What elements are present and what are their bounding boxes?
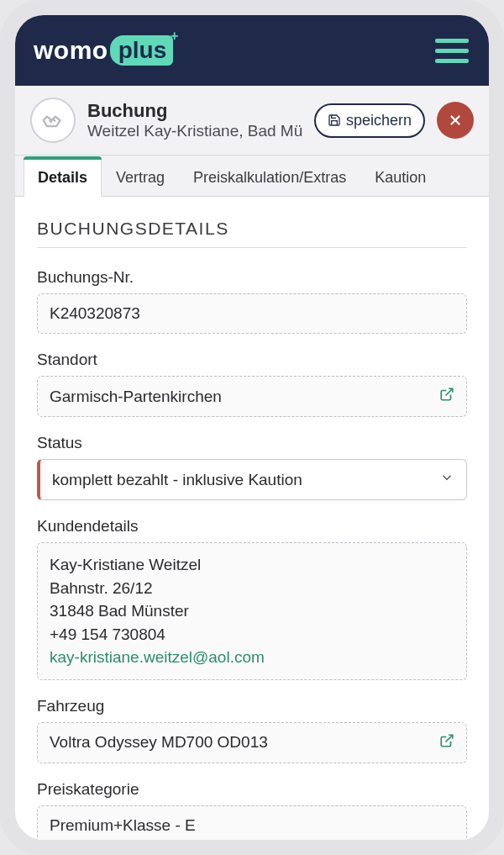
field-status: Status komplett bezahlt - inklusive Kaut… bbox=[37, 434, 467, 500]
section-title: BUCHUNGSDETAILS bbox=[37, 219, 467, 248]
field-standort: Standort Garmisch-Partenkirchen bbox=[37, 351, 467, 417]
customer-name: Kay-Kristiane Weitzel bbox=[50, 553, 454, 577]
label-fahrzeug: Fahrzeug bbox=[37, 697, 467, 715]
save-icon bbox=[328, 113, 341, 127]
close-button[interactable] bbox=[437, 102, 474, 139]
field-kundendetails: Kundendetails Kay-Kristiane Weitzel Bahn… bbox=[37, 517, 467, 680]
value-buchungs-nr: K240320873 bbox=[37, 293, 467, 334]
chevron-down-icon bbox=[439, 470, 454, 489]
customer-city: 31848 Bad Münster bbox=[50, 599, 454, 623]
value-standort: Garmisch-Partenkirchen bbox=[37, 376, 467, 417]
brand-text-part1: womo bbox=[34, 36, 108, 65]
text-preiskategorie: Premium+Klasse - E bbox=[50, 816, 196, 835]
external-link-icon[interactable] bbox=[439, 733, 454, 752]
topbar: womo plus bbox=[15, 15, 489, 86]
text-status: komplett bezahlt - inklusive Kaution bbox=[52, 471, 302, 489]
field-fahrzeug: Fahrzeug Voltra Odyssey MD700 OD013 bbox=[37, 697, 467, 763]
customer-phone: +49 154 730804 bbox=[50, 623, 454, 647]
customer-street: Bahnstr. 26/12 bbox=[50, 577, 454, 600]
tab-bar: Details Vertrag Preiskalkulation/Extras … bbox=[15, 156, 489, 197]
page-header-text: Buchung Weitzel Kay-Kristiane, Bad Münst… bbox=[87, 100, 302, 140]
field-buchungs-nr: Buchungs-Nr. K240320873 bbox=[37, 268, 467, 334]
external-link-icon[interactable] bbox=[439, 387, 454, 406]
svg-line-2 bbox=[446, 388, 453, 395]
value-fahrzeug: Voltra Odyssey MD700 OD013 bbox=[37, 722, 467, 763]
details-panel: BUCHUNGSDETAILS Buchungs-Nr. K240320873 … bbox=[15, 197, 489, 840]
text-standort: Garmisch-Partenkirchen bbox=[50, 388, 222, 406]
handshake-icon bbox=[30, 98, 76, 143]
text-fahrzeug: Voltra Odyssey MD700 OD013 bbox=[50, 733, 268, 752]
brand-logo[interactable]: womo plus bbox=[34, 35, 173, 66]
value-preiskategorie: Premium+Klasse - E bbox=[37, 805, 467, 840]
tab-details[interactable]: Details bbox=[24, 156, 102, 197]
page-title: Buchung bbox=[87, 100, 302, 122]
save-button[interactable]: speichern bbox=[314, 103, 425, 138]
customer-email[interactable]: kay-kristiane.weitzel@aol.com bbox=[50, 646, 454, 669]
label-buchungs-nr: Buchungs-Nr. bbox=[37, 268, 467, 287]
label-standort: Standort bbox=[37, 351, 467, 369]
svg-line-3 bbox=[446, 735, 453, 742]
field-preiskategorie: Preiskategorie Premium+Klasse - E bbox=[37, 780, 467, 840]
label-kundendetails: Kundendetails bbox=[37, 517, 467, 536]
page-subtitle: Weitzel Kay-Kristiane, Bad Münster bbox=[87, 122, 302, 140]
value-kundendetails: Kay-Kristiane Weitzel Bahnstr. 26/12 318… bbox=[37, 542, 467, 680]
page-header: Buchung Weitzel Kay-Kristiane, Bad Münst… bbox=[15, 86, 489, 156]
label-status: Status bbox=[37, 434, 467, 452]
tab-preiskalkulation[interactable]: Preiskalkulation/Extras bbox=[179, 156, 360, 197]
hamburger-icon[interactable] bbox=[435, 39, 469, 63]
tab-kaution[interactable]: Kaution bbox=[360, 156, 440, 197]
device-frame: womo plus Buchung Weitzel Kay-Kristiane,… bbox=[0, 0, 504, 855]
tab-vertrag[interactable]: Vertrag bbox=[102, 156, 179, 197]
text-buchungs-nr: K240320873 bbox=[50, 304, 140, 323]
save-button-label: speichern bbox=[346, 112, 412, 129]
select-status[interactable]: komplett bezahlt - inklusive Kaution bbox=[37, 459, 467, 500]
label-preiskategorie: Preiskategorie bbox=[37, 780, 467, 799]
device-screen: womo plus Buchung Weitzel Kay-Kristiane,… bbox=[15, 15, 489, 840]
brand-text-part2: plus bbox=[110, 35, 174, 66]
close-icon bbox=[448, 113, 463, 128]
